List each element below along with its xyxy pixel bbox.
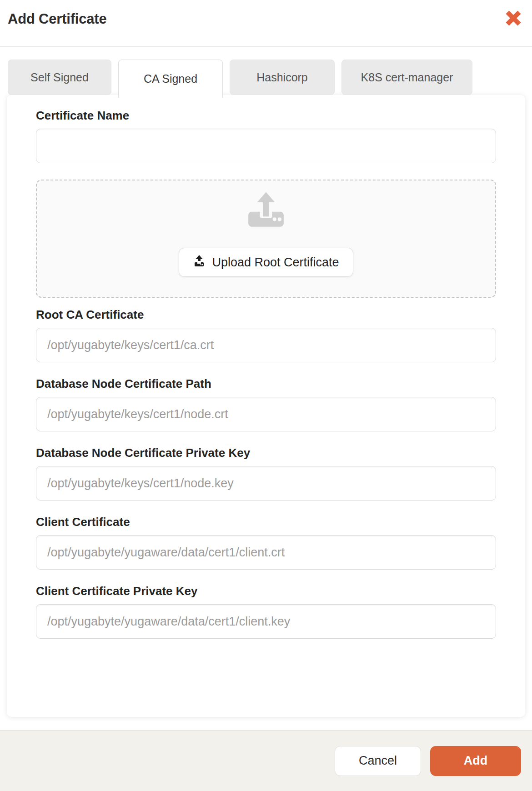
close-button[interactable] bbox=[505, 10, 522, 27]
root-ca-certificate-label: Root CA Certificate bbox=[36, 308, 496, 321]
certificate-name-label: Certificate Name bbox=[36, 109, 496, 122]
tab-content-panel: Certificate Name bbox=[7, 95, 525, 717]
database-node-certificate-path-input[interactable] bbox=[36, 397, 496, 431]
upload-root-certificate-button[interactable]: Upload Root Certificate bbox=[179, 248, 353, 277]
page-title: Add Certificate bbox=[8, 11, 521, 27]
tab-hashicorp[interactable]: Hashicorp bbox=[230, 60, 335, 95]
add-button[interactable]: Add bbox=[430, 746, 521, 776]
tab-bar: Self Signed CA Signed Hashicorp K8S cert… bbox=[0, 60, 532, 95]
root-ca-certificate-input[interactable] bbox=[36, 328, 496, 362]
certificate-name-input[interactable] bbox=[36, 129, 496, 163]
cancel-button[interactable]: Cancel bbox=[335, 746, 421, 776]
upload-tray-icon bbox=[246, 191, 286, 230]
modal-footer: Cancel Add bbox=[0, 730, 532, 791]
tab-self-signed[interactable]: Self Signed bbox=[8, 60, 111, 95]
tab-k8s-cert-manager[interactable]: K8S cert-manager bbox=[341, 60, 472, 95]
database-node-certificate-private-key-label: Database Node Certificate Private Key bbox=[36, 446, 496, 460]
client-certificate-input[interactable] bbox=[36, 535, 496, 570]
root-certificate-dropzone[interactable]: Upload Root Certificate bbox=[36, 180, 496, 298]
database-node-certificate-private-key-input[interactable] bbox=[36, 466, 496, 501]
client-certificate-label: Client Certificate bbox=[36, 515, 496, 529]
close-icon bbox=[505, 10, 522, 28]
client-certificate-private-key-input[interactable] bbox=[36, 604, 496, 639]
upload-button-label: Upload Root Certificate bbox=[212, 255, 339, 270]
tab-ca-signed[interactable]: CA Signed bbox=[118, 60, 223, 98]
modal-header: Add Certificate bbox=[0, 0, 532, 47]
client-certificate-private-key-label: Client Certificate Private Key bbox=[36, 584, 496, 598]
upload-icon bbox=[193, 255, 206, 270]
database-node-certificate-path-label: Database Node Certificate Path bbox=[36, 377, 496, 390]
